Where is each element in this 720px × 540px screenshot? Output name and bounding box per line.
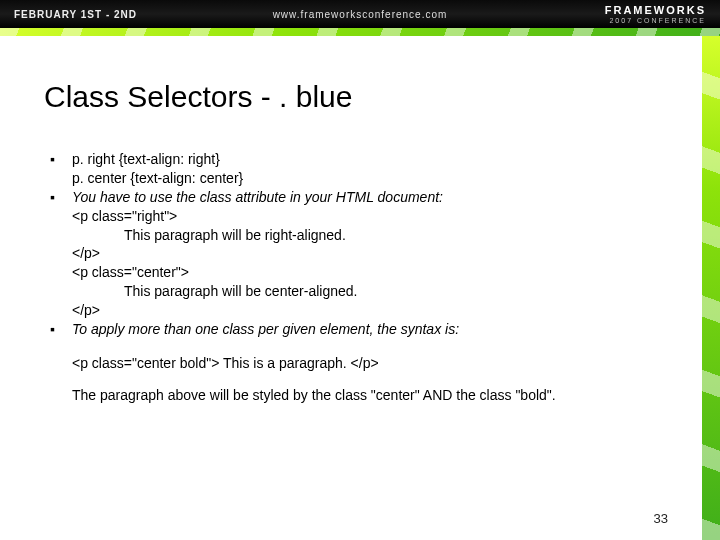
slide-body: Class Selectors - . blue ▪ p. right {tex…	[0, 36, 702, 540]
conference-dates: FEBRUARY 1ST - 2ND	[0, 9, 137, 20]
page-number: 33	[654, 511, 668, 526]
bullet-text: To apply more than one class per given e…	[72, 320, 662, 339]
brand-subtitle: 2007 CONFERENCE	[605, 17, 706, 24]
brand-block: FRAMEWORKS 2007 CONFERENCE	[605, 5, 706, 24]
code-line: </p>	[72, 244, 662, 263]
slide-title: Class Selectors - . blue	[44, 80, 662, 114]
bullet-item: ▪ To apply more than one class per given…	[50, 320, 662, 339]
accent-horizontal-strip	[0, 28, 720, 36]
example-code-line: <p class="center bold"> This is a paragr…	[72, 353, 662, 373]
explanation-text: The paragraph above will be styled by th…	[72, 385, 662, 405]
code-line: p. center {text-align: center}	[72, 169, 662, 188]
after-bullets-block: <p class="center bold"> This is a paragr…	[72, 353, 662, 406]
bullet-item: ▪ p. right {text-align: right} p. center…	[50, 150, 662, 188]
accent-vertical-strip	[702, 36, 720, 540]
top-bar: FEBRUARY 1ST - 2ND www.frameworksconfere…	[0, 0, 720, 28]
bullet-intro-text: You have to use the class attribute in y…	[72, 189, 443, 205]
code-line: <p class="right">	[72, 207, 662, 226]
bullet-text: You have to use the class attribute in y…	[72, 188, 662, 320]
conference-url: www.frameworksconference.com	[273, 9, 448, 20]
bullet-item: ▪ You have to use the class attribute in…	[50, 188, 662, 320]
code-line-indented: This paragraph will be center-aligned.	[124, 282, 662, 301]
bullet-list: ▪ p. right {text-align: right} p. center…	[50, 150, 662, 339]
bullet-text: p. right {text-align: right} p. center {…	[72, 150, 662, 188]
code-line-indented: This paragraph will be right-aligned.	[124, 226, 662, 245]
bullet-marker-icon: ▪	[50, 320, 72, 339]
code-line: </p>	[72, 301, 662, 320]
bullet-marker-icon: ▪	[50, 188, 72, 320]
code-line: p. right {text-align: right}	[72, 150, 662, 169]
brand-name: FRAMEWORKS	[605, 5, 706, 16]
code-line: <p class="center">	[72, 263, 662, 282]
bullet-marker-icon: ▪	[50, 150, 72, 188]
